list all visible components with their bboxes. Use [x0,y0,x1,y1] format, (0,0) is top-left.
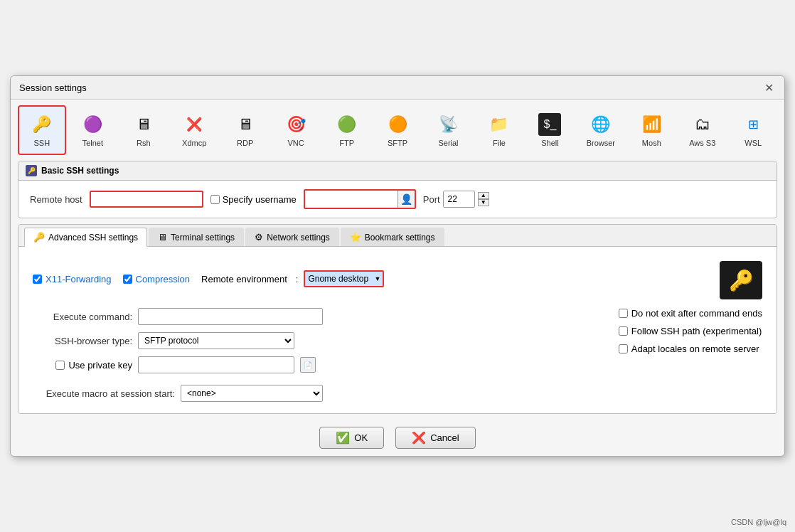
macro-select[interactable]: <none> [181,385,323,402]
tab-bookmark-settings[interactable]: ⭐ Bookmark settings [341,228,444,246]
tab-awss3[interactable]: 🗂 Aws S3 [678,105,726,155]
file-tab-label: File [493,139,506,147]
username-input[interactable] [305,191,398,208]
terminal-tab-label: Terminal settings [171,233,235,243]
adv-row-1: X11-Forwarding Compression Remote enviro… [33,258,762,299]
x11-checkbox-label[interactable]: X11-Forwarding [33,274,112,284]
ssh-tab-label: SSH [33,139,50,147]
remote-env-label: Remote environment [201,274,287,284]
tab-ssh[interactable]: 🔑 SSH [18,105,66,155]
telnet-icon: 🟣 [81,113,104,136]
do-not-exit-label[interactable]: Do not exit after command ends [619,308,762,319]
follow-ssh-label[interactable]: Follow SSH path (experimental) [619,326,762,336]
private-key-input[interactable] [138,356,294,373]
execute-cmd-row: Execute command: [33,308,576,325]
cancel-icon: ❌ [412,431,426,445]
username-container: 👤 [304,189,416,209]
tab-sftp[interactable]: 🟠 SFTP [373,105,421,155]
execute-cmd-input[interactable] [138,308,323,325]
ok-button[interactable]: ✅ OK [319,427,384,449]
remote-host-input[interactable] [90,191,203,208]
adv-left-col: Execute command: SSH-browser type: SFTP … [33,308,576,381]
compression-checkbox[interactable] [123,275,132,284]
vnc-tab-label: VNC [288,139,304,147]
tab-file[interactable]: 📁 File [475,105,523,155]
macro-label: Execute macro at session start: [33,388,175,399]
tab-telnet[interactable]: 🟣 Telnet [69,105,117,155]
tab-mosh[interactable]: 📶 Mosh [628,105,676,155]
key-icon-box: 🔑 [720,261,762,299]
xdmcp-tab-label: Xdmcp [182,139,206,147]
tab-terminal-settings[interactable]: 🖥 Terminal settings [149,228,244,246]
execute-cmd-label: Execute command: [33,312,132,322]
sftp-icon: 🟠 [386,113,409,136]
port-row: Port ▲ ▼ [423,191,489,208]
cancel-button[interactable]: ❌ Cancel [395,427,475,449]
user-icon-button[interactable]: 👤 [398,191,415,208]
basic-ssh-icon: 🔑 [26,165,37,176]
ftp-tab-label: FTP [339,139,354,147]
adapt-locales-text: Adapt locales on remote server [631,344,759,354]
tab-advanced-ssh[interactable]: 🔑 Advanced SSH settings [24,228,147,247]
telnet-tab-label: Telnet [82,139,103,147]
follow-ssh-text: Follow SSH path (experimental) [631,326,762,336]
tab-serial[interactable]: 📡 Serial [425,105,472,155]
tab-network-settings[interactable]: ⚙ Network settings [245,228,339,246]
follow-ssh-checkbox[interactable] [619,326,628,336]
port-spin-up[interactable]: ▲ [478,192,489,199]
button-row: ✅ OK ❌ Cancel [11,420,784,456]
tab-wsl[interactable]: ⊞ WSL [730,105,777,155]
ok-icon: ✅ [336,431,350,445]
advanced-ssh-content: X11-Forwarding Compression Remote enviro… [18,247,777,413]
xdmcp-icon: ❌ [183,113,206,136]
basic-ssh-header: 🔑 Basic SSH settings [18,161,777,181]
basic-ssh-row: Remote host Specify username 👤 Port ▲ ▼ [18,181,777,218]
sftp-tab-label: SFTP [388,139,407,147]
compression-label-text: Compression [136,274,191,284]
compression-checkbox-label[interactable]: Compression [123,274,191,284]
private-key-checkbox[interactable] [55,361,65,370]
tab-shell[interactable]: $_ Shell [526,105,574,155]
tab-ftp[interactable]: 🟢 FTP [323,105,370,155]
ok-label: OK [354,432,368,443]
advanced-ssh-panel: 🔑 Advanced SSH settings 🖥 Terminal setti… [18,224,777,414]
network-tab-icon: ⚙ [255,232,263,243]
x11-checkbox[interactable] [33,275,42,284]
tab-xdmcp[interactable]: ❌ Xdmcp [171,105,218,155]
wsl-tab-label: WSL [745,139,762,147]
protocol-tabs: 🔑 SSH 🟣 Telnet 🖥 Rsh ❌ Xdmcp 🖥 RDP 🎯 VNC… [11,100,784,155]
specify-username-checkbox-label[interactable]: Specify username [210,194,297,205]
do-not-exit-checkbox[interactable] [619,309,628,318]
do-not-exit-text: Do not exit after command ends [631,308,762,319]
browser-icon: 🌐 [589,113,612,136]
adapt-locales-checkbox[interactable] [619,344,628,353]
tab-vnc[interactable]: 🎯 VNC [272,105,319,155]
tab-browser[interactable]: 🌐 Browser [577,105,624,155]
x11-label-text: X11-Forwarding [46,274,112,284]
tab-rsh[interactable]: 🖥 Rsh [119,105,167,155]
ssh-browser-row: SSH-browser type: SFTP protocol SCP prot… [33,332,576,349]
port-spin-down[interactable]: ▼ [478,199,489,206]
specify-username-checkbox[interactable] [210,195,220,204]
rdp-tab-label: RDP [237,139,253,147]
adv-two-cols: Execute command: SSH-browser type: SFTP … [33,308,762,381]
ssh-browser-select[interactable]: SFTP protocol SCP protocol [138,332,294,349]
port-input[interactable] [443,191,475,208]
remote-env-select[interactable]: Gnome desktop KDE desktop XFCE desktop N… [304,270,384,287]
adv-right-col: Do not exit after command ends Follow SS… [619,308,762,381]
basic-ssh-title: Basic SSH settings [41,166,119,176]
macro-row: Execute macro at session start: <none> [33,385,762,402]
cancel-label: Cancel [430,432,459,443]
adapt-locales-label[interactable]: Adapt locales on remote server [619,344,762,354]
rsh-tab-label: Rsh [137,139,151,147]
close-button[interactable]: ✕ [762,80,776,95]
browse-button[interactable]: 📄 [300,357,316,373]
rsh-icon: 🖥 [132,113,155,136]
ssh-icon: 🔑 [31,113,53,136]
title-bar: Session settings ✕ [11,76,784,100]
rdp-icon: 🖥 [234,113,257,136]
tab-rdp[interactable]: 🖥 RDP [221,105,269,155]
browser-tab-label: Browser [587,139,615,147]
wsl-icon: ⊞ [742,113,764,136]
private-key-checkbox-label[interactable]: Use private key [33,360,132,371]
